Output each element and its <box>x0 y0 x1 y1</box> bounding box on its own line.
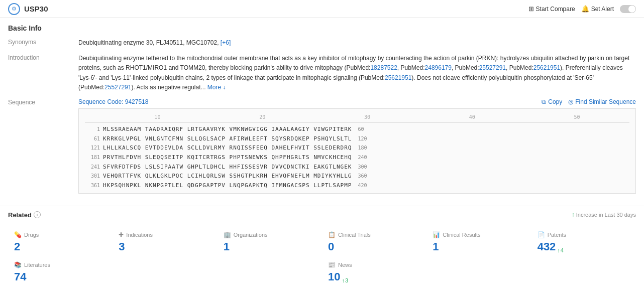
pubmed2-link[interactable]: 24896179 <box>425 64 452 71</box>
stat-label-organizations: Organizations <box>234 232 268 238</box>
page-header: ⚙ USP30 ⊞ Start Compare 🔔 Set Alert <box>0 0 644 18</box>
ruler-50: 50 <box>562 113 592 121</box>
stat-value-patents: 432 ↑4 <box>538 240 630 253</box>
sequence-row: Sequence Sequence Code: 9427518 ⧉ Copy ◎… <box>8 98 636 194</box>
seq-start-num: 301 <box>85 172 100 181</box>
intro-mid3: , PubMed: <box>506 64 533 71</box>
stat-header-drugs: 💊 Drugs <box>14 231 106 238</box>
related-title-text: Related <box>8 211 32 219</box>
stat-header-clinical-trials: 📋 Clinical Trials <box>328 231 420 238</box>
pubmed3-link[interactable]: 25527291 <box>479 64 506 71</box>
sequence-row-item: 301VEHQRTTFVK QLKLGKLPQC LCIHLQRLSW SSHG… <box>85 172 629 181</box>
stat-header-clinical-results: 📊 Clinical Results <box>433 231 525 238</box>
copy-icon: ⧉ <box>542 98 546 105</box>
stat-value-clinical-trials: 0 <box>328 240 420 253</box>
stat-header-organizations: 🏢 Organizations <box>224 231 316 238</box>
seq-end-num: 300 <box>358 163 367 172</box>
increase-text: Increase in Last 30 days <box>576 212 636 218</box>
related-info-icon: i <box>34 211 41 218</box>
sequence-header: Sequence Code: 9427518 ⧉ Copy ◎ Find Sim… <box>78 98 636 105</box>
set-alert-button[interactable]: 🔔 Set Alert <box>581 5 614 13</box>
sequence-code-link[interactable]: Sequence Code: 9427518 <box>78 98 148 105</box>
sequence-actions: ⧉ Copy ◎ Find Similar Sequence <box>542 98 636 105</box>
synonyms-label: Synonyms <box>8 38 78 48</box>
stat-item-clinical-results[interactable]: 📊 Clinical Results 1 <box>426 227 531 257</box>
stat-header-literatures: 📚 Literatures <box>14 261 316 268</box>
synonyms-more-link[interactable]: [+6] <box>221 39 231 46</box>
seq-segment: LHLLKALSCQ EVTDDEVLDA SCLLDVLRMY RNQISSF… <box>103 143 352 153</box>
stat-icon-literatures: 📚 <box>14 261 22 268</box>
seq-start-num: 61 <box>85 134 100 144</box>
sequence-ruler: 10 20 30 40 50 <box>85 113 629 123</box>
stat-icon-patents: 📄 <box>538 231 545 238</box>
stat-value-clinical-results: 1 <box>433 240 525 253</box>
stat-item-clinical-trials[interactable]: 📋 Clinical Trials 0 <box>322 227 426 257</box>
seq-end-num: 60 <box>358 125 364 134</box>
more-link[interactable]: More ↓ <box>207 84 226 91</box>
sequence-label: Sequence <box>8 98 78 194</box>
intro-end3: ). Acts as negative regulat... <box>131 84 205 91</box>
seq-end-num: 180 <box>358 143 367 153</box>
stat-icon-drugs: 💊 <box>14 231 22 238</box>
seq-start-num: 241 <box>85 163 100 172</box>
seq-segment: PRVTHLFDVH SLEQQSEITP KQITCRTRGS PHPTSNE… <box>103 153 352 163</box>
stat-value-news: 10 ↑3 <box>328 270 630 283</box>
sequence-row-item: 181PRVTHLFDVH SLEQQSEITP KQITCRTRGS PHPT… <box>85 153 629 163</box>
seq-segment: HKPSQHNPKL NKNPGPTLEL QDGPGAPTPV LNQPGAP… <box>103 181 352 191</box>
alert-icon: 🔔 <box>581 5 589 13</box>
badge-arrow-icon: ↑ <box>342 277 345 283</box>
find-similar-label: Find Similar Sequence <box>575 98 636 105</box>
stat-header-news: 📰 News <box>328 261 630 268</box>
sequence-row-item: 121LHLLKALSCQ EVTDDEVLDA SCLLDVLRMY RNQI… <box>85 143 629 153</box>
stat-item-news[interactable]: 📰 News 10 ↑3 <box>322 257 636 287</box>
page-title: USP30 <box>24 5 48 13</box>
stat-badge-news: ↑3 <box>342 277 348 283</box>
seq-end-num: 420 <box>358 181 367 191</box>
sequence-row-item: 61KRRKGLVPGL VNLGNTCFMN SLLQGLSACP AFIRW… <box>85 134 629 144</box>
stat-icon-clinical-results: 📊 <box>433 231 440 238</box>
find-similar-icon: ◎ <box>568 98 573 105</box>
stat-icon-news: 📰 <box>328 261 336 268</box>
arrow-up-icon: ↑ <box>572 211 575 218</box>
basic-info-section: Basic Info Synonyms Deubiquitinating enz… <box>0 18 644 206</box>
seq-end-num: 360 <box>358 172 367 181</box>
seq-end-num: 240 <box>358 153 367 163</box>
stat-item-indications[interactable]: ✚ Indications 3 <box>113 227 217 257</box>
compare-icon: ⊞ <box>528 5 534 13</box>
stats-grid-2: 📚 Literatures 74 📰 News 10 ↑3 <box>0 257 644 292</box>
stat-label-indications: Indications <box>126 232 153 238</box>
pubmed5-link[interactable]: 25621951 <box>385 74 411 81</box>
sequence-row-item: 361HKPSQHNPKL NKNPGPTLEL QDGPGAPTPV LNQP… <box>85 181 629 191</box>
seq-segment: MLSSRAEAAM TAADRAIQRF LRTGAAVRYK VMKNWGV… <box>103 125 352 134</box>
copy-button[interactable]: ⧉ Copy <box>542 98 562 105</box>
sequence-content: Sequence Code: 9427518 ⧉ Copy ◎ Find Sim… <box>78 98 636 194</box>
ruler-10: 10 <box>142 113 172 121</box>
pubmed1-link[interactable]: 18287522 <box>370 64 397 71</box>
increase-label: ↑ Increase in Last 30 days <box>572 211 636 218</box>
alert-toggle[interactable] <box>620 5 636 13</box>
stat-item-drugs[interactable]: 💊 Drugs 2 <box>8 227 113 257</box>
seq-end-num: 120 <box>358 134 367 144</box>
stat-item-patents[interactable]: 📄 Patents 432 ↑4 <box>531 227 636 257</box>
stat-label-clinical-trials: Clinical Trials <box>338 232 371 238</box>
ruler-20: 20 <box>247 113 277 121</box>
badge-arrow-icon: ↑ <box>557 247 560 253</box>
pubmed4-link[interactable]: 25621951 <box>533 64 560 71</box>
alert-label: Set Alert <box>591 6 614 13</box>
start-compare-button[interactable]: ⊞ Start Compare <box>528 5 575 13</box>
stat-item-literatures[interactable]: 📚 Literatures 74 <box>8 257 322 287</box>
stat-value-indications: 3 <box>119 240 211 253</box>
related-header: Related i ↑ Increase in Last 30 days <box>0 206 644 222</box>
related-section: Related i ↑ Increase in Last 30 days 💊 D… <box>0 206 644 292</box>
stat-icon-indications: ✚ <box>119 231 124 238</box>
pubmed6-link[interactable]: 25527291 <box>104 84 131 91</box>
stat-header-indications: ✚ Indications <box>119 231 211 238</box>
stats-grid: 💊 Drugs 2 ✚ Indications 3 🏢 Organization… <box>0 222 644 257</box>
stat-item-organizations[interactable]: 🏢 Organizations 1 <box>218 227 322 257</box>
seq-segment: VEHQRTTFVK QLKLGKLPQC LCIHLQRLSW SSHGTPL… <box>103 172 352 181</box>
find-similar-button[interactable]: ◎ Find Similar Sequence <box>568 98 636 105</box>
sequence-box[interactable]: 10 20 30 40 50 1MLSSRAEAAM TAADRAIQRF LR… <box>78 108 636 194</box>
stat-badge-patents: ↑4 <box>557 247 564 253</box>
stat-value-organizations: 1 <box>224 240 316 253</box>
header-left: ⚙ USP30 <box>8 3 48 15</box>
